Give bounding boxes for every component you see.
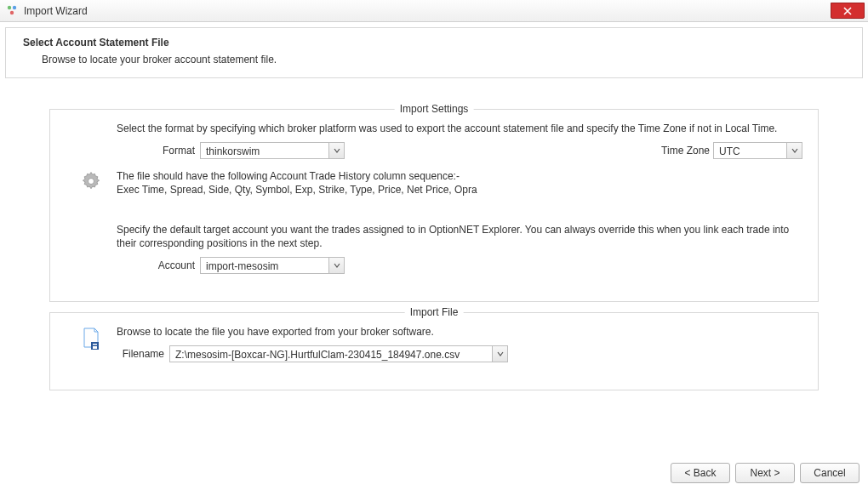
settings-icon-col <box>66 122 117 284</box>
page-subtitle: Browse to locate your broker account sta… <box>42 54 845 66</box>
import-file-legend: Import File <box>405 306 464 318</box>
account-combo[interactable]: import-mesosim <box>200 257 345 274</box>
chevron-down-icon[interactable] <box>328 258 344 273</box>
filename-value: Z:\mesosim-[Boxcar-NG].HurtfulClam-23041… <box>170 346 492 362</box>
back-button[interactable]: < Back <box>671 463 730 483</box>
timezone-label: Time Zone <box>661 144 710 157</box>
import-settings-legend: Import Settings <box>395 103 474 115</box>
timezone-combo[interactable]: UTC <box>713 142 802 159</box>
settings-hint-1: The file should have the following Accou… <box>117 169 802 183</box>
wizard-header: Select Account Statement File Browse to … <box>5 27 863 78</box>
wizard-content: Import Settings Select the format by spe… <box>0 78 868 404</box>
chevron-down-icon[interactable] <box>328 143 344 158</box>
filename-row: Filename Z:\mesosim-[Boxcar-NG].HurtfulC… <box>117 345 802 362</box>
cancel-button[interactable]: Cancel <box>800 463 859 483</box>
file-para: Browse to locate the file you have expor… <box>117 325 802 339</box>
app-icon <box>5 4 19 18</box>
format-value: thinkorswim <box>201 143 328 158</box>
format-combo[interactable]: thinkorswim <box>200 142 345 159</box>
account-value: import-mesosim <box>201 258 328 273</box>
next-button[interactable]: Next > <box>735 463 795 483</box>
window-title: Import Wizard <box>24 5 88 17</box>
svg-rect-6 <box>93 346 97 349</box>
file-icon <box>81 327 101 353</box>
format-label: Format <box>117 144 195 157</box>
account-label: Account <box>117 259 195 272</box>
svg-rect-5 <box>93 344 97 345</box>
account-row: Account import-mesosim <box>117 257 802 274</box>
chevron-down-icon[interactable] <box>786 143 802 158</box>
title-bar: Import Wizard <box>0 0 868 22</box>
svg-point-0 <box>8 5 11 9</box>
import-settings-group: Import Settings Select the format by spe… <box>49 109 819 302</box>
file-icon-col <box>66 325 117 373</box>
page-title: Select Account Statement File <box>23 37 845 48</box>
svg-point-3 <box>89 179 94 185</box>
filename-label: Filename <box>117 347 164 361</box>
settings-para-1: Select the format by specifying which br… <box>117 122 802 135</box>
timezone-value: UTC <box>714 143 786 158</box>
gear-icon <box>79 169 103 196</box>
svg-point-1 <box>13 5 16 9</box>
close-button[interactable] <box>831 3 865 19</box>
chevron-down-icon[interactable] <box>492 346 507 362</box>
wizard-footer: < Back Next > Cancel <box>671 463 859 483</box>
svg-point-2 <box>10 10 14 14</box>
settings-para-2: Specify the default target account you w… <box>117 223 802 250</box>
format-row: Format thinkorswim Time Zone UTC <box>117 142 802 159</box>
filename-combo[interactable]: Z:\mesosim-[Boxcar-NG].HurtfulClam-23041… <box>169 345 508 362</box>
import-file-group: Import File Browse to locate the file yo… <box>49 312 819 390</box>
settings-hint-2: Exec Time, Spread, Side, Qty, Symbol, Ex… <box>117 183 802 197</box>
